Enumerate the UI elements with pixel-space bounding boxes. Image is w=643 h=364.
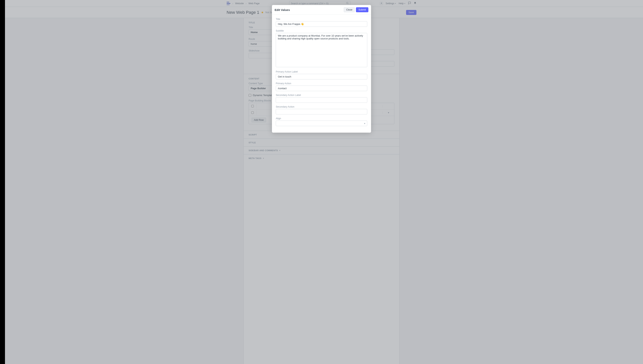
left-black-strip [0, 0, 5, 364]
subtitle-field[interactable] [276, 33, 367, 67]
secondary-action-field[interactable] [276, 109, 367, 114]
field-label-subtitle: Subtitle [276, 30, 367, 32]
align-select[interactable] [276, 120, 367, 126]
secondary-action-label-field[interactable] [276, 97, 367, 103]
field-label-modal-title: Title [276, 18, 367, 20]
primary-action-label-field[interactable] [276, 74, 367, 80]
field-label-secondary-action-label: Secondary Action Label [276, 94, 367, 96]
primary-action-field[interactable] [276, 86, 367, 91]
modal-title: Edit Values [274, 8, 290, 12]
field-label-primary-action-label: Primary Action Label [276, 70, 367, 73]
edit-values-modal: Edit Values Close Submit Title Subtitle … [272, 5, 371, 132]
close-button[interactable]: Close [344, 7, 355, 12]
field-label-align: Align [276, 117, 367, 120]
field-label-primary-action: Primary Action [276, 82, 367, 85]
field-label-secondary-action: Secondary Action [276, 106, 367, 108]
modal-title-field[interactable] [276, 21, 367, 27]
submit-button[interactable]: Submit [356, 7, 368, 12]
